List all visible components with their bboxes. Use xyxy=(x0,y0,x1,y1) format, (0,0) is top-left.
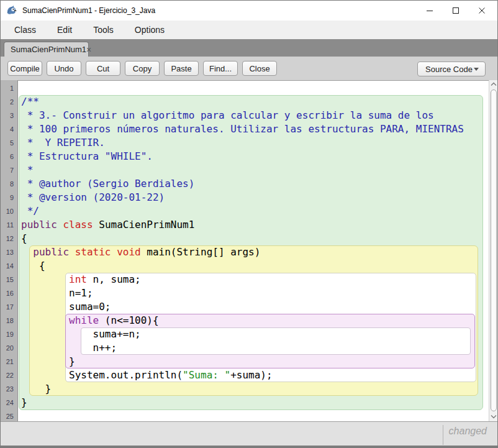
bluej-app-icon xyxy=(6,5,17,16)
code-line-8[interactable]: * @author (Sergio Berdiales) xyxy=(21,177,464,191)
chevron-down-icon xyxy=(491,414,497,419)
code-line-20[interactable]: n++; xyxy=(21,341,464,355)
scrollbar-thumb[interactable] xyxy=(491,89,497,411)
line-number: 18 xyxy=(1,314,17,327)
code-line-15[interactable]: int n, suma; xyxy=(21,273,464,286)
status-bar: changed xyxy=(1,421,497,447)
minimize-button[interactable] xyxy=(417,1,443,21)
cut-button[interactable]: Cut xyxy=(86,61,120,76)
line-number: 14 xyxy=(1,259,17,273)
code-line-1[interactable] xyxy=(21,81,464,95)
line-number: 15 xyxy=(1,273,17,286)
code-line-9[interactable]: * @version (2020-01-22) xyxy=(21,191,464,204)
line-number: 22 xyxy=(1,368,17,382)
code-line-7[interactable]: * xyxy=(21,163,464,177)
title-bar: SumaCienPrimNum1 - Ejercicio_3_Java xyxy=(1,1,497,21)
window-title: SumaCienPrimNum1 - Ejercicio_3_Java xyxy=(22,6,155,15)
code-line-19[interactable]: suma+=n; xyxy=(21,327,464,341)
line-number: 9 xyxy=(1,191,17,204)
tab-close-icon[interactable]: × xyxy=(86,45,91,54)
maximize-button[interactable] xyxy=(443,1,469,21)
line-number: 10 xyxy=(1,204,17,218)
line-number: 8 xyxy=(1,177,17,191)
line-number: 16 xyxy=(1,286,17,300)
code-line-17[interactable]: suma=0; xyxy=(21,300,464,314)
chevron-up-icon xyxy=(491,82,497,86)
code-line-5[interactable]: * Y REPETIR. xyxy=(21,136,464,150)
code-line-2[interactable]: /** xyxy=(21,95,464,109)
line-number: 19 xyxy=(1,327,17,341)
menu-bar: Class Edit Tools Options xyxy=(1,21,497,39)
undo-button[interactable]: Undo xyxy=(47,61,81,76)
code-line-6[interactable]: * Estructura "WHILE". xyxy=(21,150,464,163)
menu-class[interactable]: Class xyxy=(14,22,36,37)
line-number: 13 xyxy=(1,245,17,259)
code-line-13[interactable]: public static void main(String[] args) xyxy=(21,245,464,259)
paste-button[interactable]: Paste xyxy=(164,61,199,76)
tab-label: SumaCienPrimNum1 xyxy=(11,45,86,54)
view-mode-value: Source Code xyxy=(425,65,474,74)
scroll-down-button[interactable] xyxy=(490,414,497,419)
close-icon xyxy=(478,7,486,14)
menu-options[interactable]: Options xyxy=(135,22,165,37)
chevron-down-icon xyxy=(474,68,479,71)
code-line-12[interactable]: { xyxy=(21,232,464,245)
code-text-area[interactable]: /** * 3.- Construir un algoritmo para ca… xyxy=(21,81,464,423)
scroll-up-button[interactable] xyxy=(490,82,497,87)
maximize-icon xyxy=(452,7,460,14)
code-line-18[interactable]: while (n<=100){ xyxy=(21,314,464,327)
line-number: 23 xyxy=(1,382,17,396)
line-number: 5 xyxy=(1,136,17,150)
line-number: 4 xyxy=(1,122,17,136)
find-button[interactable]: Find... xyxy=(203,61,238,76)
menu-edit[interactable]: Edit xyxy=(57,22,72,37)
close-button[interactable] xyxy=(469,1,495,21)
status-divider xyxy=(443,425,443,445)
line-number: 6 xyxy=(1,150,17,163)
bluej-editor-window: SumaCienPrimNum1 - Ejercicio_3_Java Clas… xyxy=(0,0,498,448)
window-controls xyxy=(417,1,495,21)
code-line-10[interactable]: */ xyxy=(21,204,464,218)
code-editor: 1234567891011121314151617181920212223242… xyxy=(1,80,497,421)
line-number: 17 xyxy=(1,300,17,314)
code-line-24[interactable]: } xyxy=(21,396,464,409)
line-number-gutter: 1234567891011121314151617181920212223242… xyxy=(1,80,18,421)
minimize-icon xyxy=(426,7,433,14)
close-editor-button[interactable]: Close xyxy=(242,61,277,76)
code-line-23[interactable]: } xyxy=(21,382,464,396)
line-number: 1 xyxy=(1,81,17,95)
code-line-21[interactable]: } xyxy=(21,355,464,368)
line-number: 11 xyxy=(1,218,17,232)
line-number: 24 xyxy=(1,396,17,409)
line-number: 7 xyxy=(1,163,17,177)
code-line-14[interactable]: { xyxy=(21,259,464,273)
code-line-3[interactable]: * 3.- Construir un algoritmo para calcul… xyxy=(21,109,464,122)
code-line-16[interactable]: n=1; xyxy=(21,286,464,300)
line-number: 2 xyxy=(1,95,17,109)
tab-sumacienprimnum1[interactable]: SumaCienPrimNum1 × xyxy=(4,42,89,57)
editor-toolbar: Compile Undo Cut Copy Paste Find... Clos… xyxy=(1,57,497,80)
status-text: changed xyxy=(449,426,487,437)
code-line-4[interactable]: * 100 primeros números naturales. Utiliz… xyxy=(21,122,464,136)
line-number: 20 xyxy=(1,341,17,355)
compile-button[interactable]: Compile xyxy=(7,61,42,76)
menu-tools[interactable]: Tools xyxy=(93,22,114,37)
line-number: 3 xyxy=(1,109,17,122)
view-mode-select[interactable]: Source Code xyxy=(417,62,486,76)
code-line-11[interactable]: public class SumaCienPrimNum1 xyxy=(21,218,464,232)
line-number: 12 xyxy=(1,232,17,245)
tab-bar: SumaCienPrimNum1 × xyxy=(1,39,497,57)
code-line-22[interactable]: System.out.println("Suma: "+suma); xyxy=(21,368,464,382)
copy-button[interactable]: Copy xyxy=(125,61,160,76)
vertical-scrollbar[interactable] xyxy=(489,80,497,421)
line-number: 21 xyxy=(1,355,17,368)
